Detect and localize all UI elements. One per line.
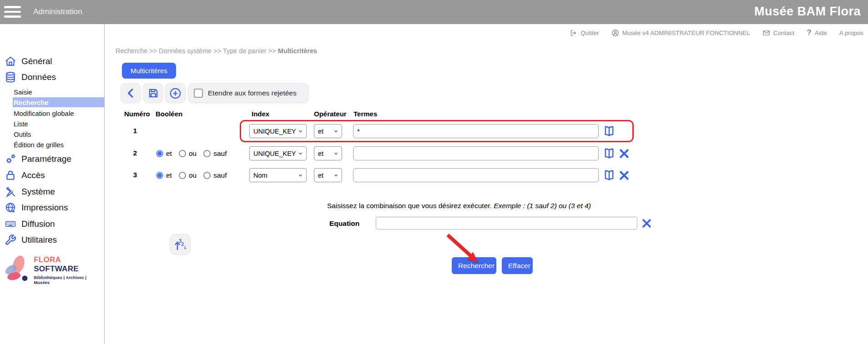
sidebar-subitem-modification-globale[interactable]: Modification globale [0,108,104,118]
index-browse-button[interactable] [602,125,616,138]
breadcrumb-current: Multicritères [278,47,317,55]
userbar: Quitter Musée v4 ADMINISTRATEUR FONCTION… [570,28,863,37]
radio-ou[interactable]: ou [179,171,197,179]
chevron-left-icon [125,87,137,99]
save-button[interactable] [143,83,163,103]
sort-criteria-button[interactable]: 3 2 1 [170,234,191,255]
flora-software-logo[interactable]: FLORA SOFTWARE Bibliothèques | Archives … [2,250,102,289]
chevron-down-icon [298,151,303,156]
operator-select[interactable]: et [314,124,342,138]
back-button[interactable] [121,83,141,103]
apropos-link[interactable]: A propos [839,30,863,36]
index-browse-button[interactable] [602,169,616,182]
equation-label: Equation [329,219,359,228]
svg-text:1: 1 [184,245,186,250]
breadcrumb: Recherche >> Données système >> Type de … [116,47,317,55]
criteria-number: 3 [129,171,141,179]
sidebar-subitem-recherche[interactable]: Recherche [13,97,104,107]
globe-icon [5,202,16,214]
radio-sauf[interactable]: sauf [203,171,227,179]
quitter-link[interactable]: Quitter [570,29,599,37]
sidebar-item-label: Diffusion [21,219,55,229]
contact-link[interactable]: Contact [762,29,795,37]
remove-row-button[interactable] [618,169,631,182]
extend-rejected-forms-label: Etendre aux formes rejetées [208,89,297,97]
index-browse-button[interactable] [602,147,616,160]
radio-button[interactable] [203,172,211,179]
account-link[interactable]: Musée v4 ADMINISTRATEUR FONCTIONNEL [611,29,750,37]
plus-circle-icon [169,87,182,100]
tools-icon [5,186,16,198]
radio-button[interactable] [203,150,211,157]
sidebar-item-label: Système [21,187,55,197]
extend-rejected-forms-option: Etendre aux formes rejetées [188,83,309,103]
boolean-radio-group: et ou sauf [156,171,227,179]
sidebar-item-systeme[interactable]: Système [0,184,104,199]
boolean-radio-group: et ou sauf [156,150,227,158]
chevron-down-icon [333,129,338,134]
save-icon [147,87,159,99]
radio-button[interactable] [156,150,163,157]
radio-button[interactable] [179,172,186,179]
extend-rejected-forms-checkbox[interactable] [194,89,203,98]
keyboard-icon [5,218,16,230]
open-book-icon [602,125,616,138]
termes-input[interactable] [353,124,599,138]
topbar-menu-label: Administration [33,7,82,16]
chevron-down-icon [333,151,338,156]
sidebar-item-label: Général [21,56,52,66]
sidebar-item-donnees[interactable]: Données [0,70,104,85]
sidebar-item-utilitaires[interactable]: Utilitaires [0,232,104,248]
index-select[interactable]: UNIQUE_KEY [249,146,307,160]
sidebar-item-diffusion[interactable]: Diffusion [0,216,104,232]
chevron-down-icon [298,129,303,134]
combination-hint: Saisissez la combinaison que vous désire… [327,202,591,210]
sidebar-item-general[interactable]: Général [0,54,104,69]
index-select[interactable]: UNIQUE_KEY [249,124,307,138]
termes-input[interactable] [353,168,599,182]
radio-button[interactable] [156,172,163,179]
flora-flower-icon [2,250,32,289]
criteria-row-1: 1 UNIQUE_KEY et [0,124,868,139]
hamburger-menu-icon[interactable] [4,6,21,18]
sidebar: Général Données Saisie Recherche Modific… [0,24,105,344]
wrench-icon [5,234,16,246]
radio-sauf[interactable]: sauf [203,150,227,158]
header-index: Index [252,110,269,118]
clear-equation-button[interactable] [641,217,653,231]
effacer-button[interactable]: Effacer [502,257,533,274]
close-icon [618,147,631,160]
radio-et[interactable]: et [156,171,172,179]
add-criteria-button[interactable] [165,83,186,103]
tab-multicriteres[interactable]: Multicritères [122,63,176,79]
criteria-number: 2 [129,149,141,157]
sort-321-icon: 3 2 1 [173,237,187,252]
operator-select[interactable]: et [314,168,342,182]
criteria-number: 1 [129,127,141,135]
administration-app: Administration Musée BAM Flora Général D… [0,0,868,344]
sidebar-item-label: Utilitaires [21,235,57,245]
header-operateur: Opérateur [314,110,347,118]
index-select[interactable]: Nom [249,168,307,182]
remove-row-button[interactable] [618,147,631,160]
close-icon [618,169,631,182]
close-icon [641,217,653,229]
open-book-icon [602,147,616,160]
database-icon [5,71,16,83]
sidebar-item-impressions[interactable]: Impressions [0,200,104,215]
sidebar-subitem-saisie[interactable]: Saisie [0,87,104,97]
aide-link[interactable]: ? Aide [807,28,827,37]
flora-logo-text: FLORA SOFTWARE Bibliothèques | Archives … [34,255,102,285]
radio-button[interactable] [179,150,186,157]
equation-input[interactable] [376,217,637,229]
rechercher-button[interactable]: Rechercher [452,257,496,274]
header-termes: Termes [353,110,377,118]
user-icon [611,29,619,37]
radio-et[interactable]: et [156,150,172,158]
logout-icon [570,29,577,37]
operator-select[interactable]: et [314,146,342,160]
sidebar-item-label: Données [21,72,56,82]
app-title: Musée BAM Flora [754,5,861,19]
termes-input[interactable] [353,146,599,160]
radio-ou[interactable]: ou [179,150,197,158]
